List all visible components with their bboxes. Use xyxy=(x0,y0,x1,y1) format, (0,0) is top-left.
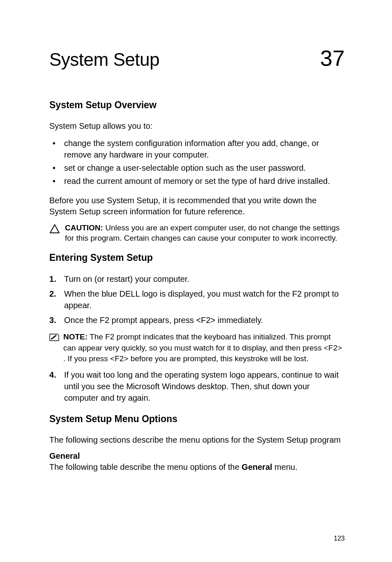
caution-triangle-icon xyxy=(49,224,60,234)
caution-text: CAUTION: Unless you are an expert comput… xyxy=(65,223,345,243)
note-body: The F2 prompt indicates that the keyboar… xyxy=(63,332,342,362)
note-pencil-icon xyxy=(49,333,59,341)
entering-steps: Turn on (or restart) your computer. When… xyxy=(49,273,345,326)
section-heading-entering: Entering System Setup xyxy=(49,252,345,263)
note-text: NOTE: The F2 prompt indicates that the k… xyxy=(63,332,345,364)
section-heading-menu: System Setup Menu Options xyxy=(49,413,345,425)
list-item: Once the F2 prompt appears, press <F2> i… xyxy=(49,314,345,326)
note-block: NOTE: The F2 prompt indicates that the k… xyxy=(49,332,345,364)
overview-intro: System Setup allows you to: xyxy=(49,121,345,132)
list-item: When the blue DELL logo is displayed, yo… xyxy=(49,288,345,311)
chapter-header: System Setup 37 xyxy=(49,45,345,71)
page-number: 123 xyxy=(334,535,345,542)
menu-desc-suffix: menu. xyxy=(272,462,297,471)
note-label: NOTE: xyxy=(63,332,88,341)
list-item: change the system configuration informat… xyxy=(49,137,345,160)
chapter-number: 37 xyxy=(320,45,345,71)
entering-steps-cont: If you wait too long and the operating s… xyxy=(49,369,345,404)
menu-intro: The following sections describe the menu… xyxy=(49,434,345,446)
list-item: set or change a user-selectable option s… xyxy=(49,162,345,174)
menu-sub-heading: General xyxy=(49,451,345,461)
caution-label: CAUTION: xyxy=(65,223,103,232)
menu-desc: The following table describe the menu op… xyxy=(49,462,345,473)
overview-before-text: Before you use System Setup, it is recom… xyxy=(49,195,345,217)
menu-desc-prefix: The following table describe the menu op… xyxy=(49,462,242,471)
list-item: If you wait too long and the operating s… xyxy=(49,369,345,404)
list-item: read the current amount of memory or set… xyxy=(49,175,345,187)
chapter-title: System Setup xyxy=(49,49,159,70)
menu-desc-bold: General xyxy=(242,462,272,471)
section-heading-overview: System Setup Overview xyxy=(49,100,345,111)
caution-block: CAUTION: Unless you are an expert comput… xyxy=(49,223,345,243)
overview-bullet-list: change the system configuration informat… xyxy=(49,137,345,187)
caution-body: Unless you are an expert computer user, … xyxy=(65,223,340,242)
list-item: Turn on (or restart) your computer. xyxy=(49,273,345,285)
